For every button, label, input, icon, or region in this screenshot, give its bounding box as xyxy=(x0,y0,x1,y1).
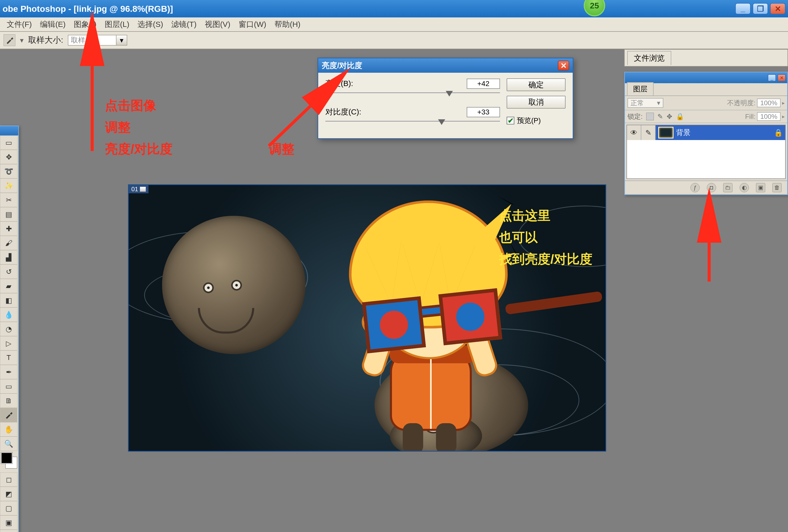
quickmask-on-icon[interactable]: ◩ xyxy=(0,487,17,501)
menu-window[interactable]: 窗口(W) xyxy=(235,18,270,31)
lock-all-icon[interactable]: 🔒 xyxy=(676,113,684,121)
layer-visibility-icon[interactable]: 👁 xyxy=(627,125,641,140)
layer-lock-icon: 🔒 xyxy=(774,129,785,137)
pen-tool-icon[interactable]: ✒ xyxy=(0,365,17,379)
dialog-title-bar[interactable]: 亮度/对比度 ✕ xyxy=(318,58,573,73)
layers-tab[interactable]: 图层 xyxy=(627,82,654,96)
color-swatch[interactable] xyxy=(0,451,17,472)
healing-brush-tool-icon[interactable]: ✚ xyxy=(0,221,17,236)
window-title-text: obe Photoshop - [link.jpg @ 96.8%(RGB)] xyxy=(3,4,735,14)
menu-select[interactable]: 选择(S) xyxy=(133,18,167,31)
chevron-right-icon[interactable]: ▸ xyxy=(782,100,785,106)
layers-panel-titlebar[interactable]: _ ✕ xyxy=(625,73,787,83)
opacity-field[interactable]: 100% xyxy=(757,99,781,107)
eyedropper-tool-icon[interactable] xyxy=(0,408,17,422)
path-tool-icon[interactable]: ▷ xyxy=(0,336,17,351)
slice-tool-icon[interactable]: ▤ xyxy=(0,207,17,221)
lock-brush-icon[interactable]: ✎ xyxy=(657,113,663,121)
screen-mode-full-icon[interactable]: ▦ xyxy=(0,530,17,532)
brightness-contrast-dialog: 亮度/对比度 ✕ 亮度(B): +42 对比度(C): +33 xyxy=(317,58,573,139)
screen-mode-full-menubar-icon[interactable]: ▣ xyxy=(0,515,17,530)
annotation-right: 点击这里 也可以 找到亮度/对比度 xyxy=(499,205,592,270)
new-layer-icon[interactable]: ▣ xyxy=(756,183,765,192)
blend-mode-value: 正常 xyxy=(631,99,644,107)
ok-button[interactable]: 确定 xyxy=(507,78,566,91)
file-browser-panel: 文件浏览 xyxy=(624,49,788,66)
chevron-right-icon[interactable]: ▸ xyxy=(782,113,785,120)
layer-row-background[interactable]: 👁 ✎ 背景 🔒 xyxy=(627,125,785,140)
gradient-tool-icon[interactable]: ◧ xyxy=(0,293,17,308)
sample-size-label: 取样大小: xyxy=(28,35,63,46)
layer-style-icon[interactable]: ƒ xyxy=(690,183,700,192)
tool-palette-titlebar[interactable] xyxy=(0,126,18,135)
chevron-down-icon[interactable]: ▾ xyxy=(117,35,127,45)
eraser-tool-icon[interactable]: ▰ xyxy=(0,279,17,293)
contrast-group: 对比度(C): +33 xyxy=(326,107,500,125)
close-window-button[interactable]: ✕ xyxy=(770,3,785,14)
annotation-arrow-image-menu xyxy=(84,33,100,154)
brightness-input[interactable]: +42 xyxy=(467,79,500,89)
menu-help[interactable]: 帮助(H) xyxy=(270,18,304,31)
lasso-tool-icon[interactable]: ➰ xyxy=(0,164,17,178)
stamp-tool-icon[interactable]: ▟ xyxy=(0,250,17,264)
maximize-button[interactable]: ❐ xyxy=(753,3,768,14)
lock-move-icon[interactable]: ✥ xyxy=(667,113,672,121)
notes-tool-icon[interactable]: 🗎 xyxy=(0,394,17,408)
delete-layer-icon[interactable]: 🗑 xyxy=(772,183,782,192)
panel-close-button[interactable]: ✕ xyxy=(777,74,786,81)
window-controls: _ ❐ ✕ xyxy=(735,3,785,14)
options-bar: ▾ 取样大小: 取样点 ▾ xyxy=(0,32,788,49)
panel-minimize-button[interactable]: _ xyxy=(768,74,776,81)
shape-tool-icon[interactable]: ▭ xyxy=(0,379,17,394)
window-title-bar: obe Photoshop - [link.jpg @ 96.8%(RGB)] … xyxy=(0,0,788,17)
fill-field[interactable]: 100% xyxy=(757,112,781,121)
blend-mode-select[interactable]: 正常 ▾ xyxy=(628,98,663,108)
magic-wand-tool-icon[interactable]: ✨ xyxy=(0,178,17,193)
lock-transparent-icon[interactable] xyxy=(646,113,654,120)
menu-file[interactable]: 文件(F) xyxy=(3,18,36,31)
menu-image[interactable]: 图象(I) xyxy=(70,18,100,31)
menu-filter[interactable]: 滤镜(T) xyxy=(167,18,200,31)
preview-checkbox[interactable]: ✔ 预览(P) xyxy=(507,116,566,125)
checkbox-icon[interactable]: ✔ xyxy=(507,117,514,124)
blur-tool-icon[interactable]: 💧 xyxy=(0,308,17,322)
preview-label: 预览(P) xyxy=(517,116,541,125)
layer-list-empty xyxy=(627,140,785,178)
menu-bar: 文件(F) 编辑(E) 图象(I) 图层(L) 选择(S) 滤镜(T) 视图(V… xyxy=(0,17,788,32)
zoom-tool-icon[interactable]: 🔍 xyxy=(0,436,17,451)
new-group-icon[interactable]: 🗀 xyxy=(723,183,732,192)
brush-tool-icon[interactable]: 🖌 xyxy=(0,236,17,250)
adjustment-layer-icon[interactable]: ◐ xyxy=(740,183,749,192)
menu-layer[interactable]: 图层(L) xyxy=(101,18,134,31)
hand-tool-icon[interactable]: ✋ xyxy=(0,422,17,436)
menu-edit[interactable]: 编辑(E) xyxy=(36,18,70,31)
brightness-slider-thumb[interactable] xyxy=(446,91,453,97)
contrast-slider[interactable] xyxy=(326,120,500,125)
contrast-slider-thumb[interactable] xyxy=(438,119,445,125)
layer-edit-icon[interactable]: ✎ xyxy=(641,125,656,140)
menu-view[interactable]: 视图(V) xyxy=(201,18,235,31)
marquee-tool-icon[interactable]: ▭ xyxy=(0,135,17,150)
history-brush-tool-icon[interactable]: ↺ xyxy=(0,264,17,279)
move-tool-icon[interactable]: ✥ xyxy=(0,150,17,164)
crop-tool-icon[interactable]: ✂ xyxy=(0,193,17,207)
screen-mode-standard-icon[interactable]: ▢ xyxy=(0,501,17,515)
svg-line-1 xyxy=(269,87,330,146)
eyedropper-tool-indicator-icon[interactable] xyxy=(4,34,15,46)
foreground-color-swatch[interactable] xyxy=(1,452,12,464)
layer-thumbnail[interactable] xyxy=(658,127,673,138)
dodge-tool-icon[interactable]: ◔ xyxy=(0,322,17,336)
dialog-close-button[interactable]: ✕ xyxy=(558,61,569,71)
type-tool-icon[interactable]: T xyxy=(0,351,17,365)
layer-mask-icon[interactable]: ◘ xyxy=(707,183,716,192)
cancel-button[interactable]: 取消 xyxy=(507,96,566,109)
lock-options-row: 锁定: ✎ ✥ 🔒 Fill: 100% ▸ xyxy=(625,110,787,123)
layers-panel: _ ✕ 图层 正常 ▾ 不透明度: 100% ▸ 锁定: ✎ ✥ 🔒 Fill:… xyxy=(624,72,788,195)
canvas-badge-icon xyxy=(140,186,146,192)
brightness-slider[interactable] xyxy=(326,92,500,97)
canvas-badge: 01 xyxy=(129,185,149,193)
file-browser-tab[interactable]: 文件浏览 xyxy=(627,51,671,65)
quickmask-off-icon[interactable]: ◻ xyxy=(0,472,17,487)
minimize-button[interactable]: _ xyxy=(735,3,751,14)
contrast-input[interactable]: +33 xyxy=(467,107,500,117)
